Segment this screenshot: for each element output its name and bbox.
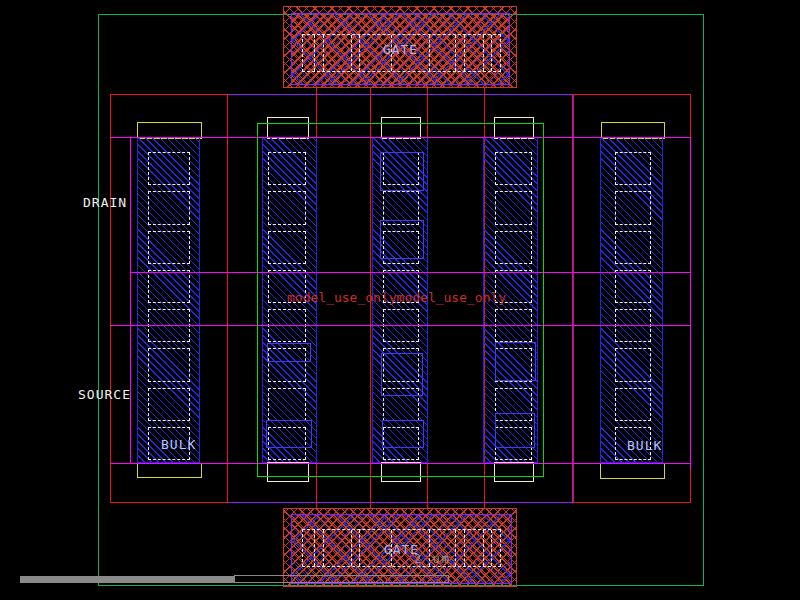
magenta-line-left <box>130 137 131 463</box>
contact-cell <box>615 152 651 185</box>
scrollbar-thumb[interactable] <box>20 576 235 583</box>
drain-label: DRAIN <box>83 195 127 210</box>
source-label: SOURCE <box>78 387 131 402</box>
layout-canvas[interactable]: GATE GATE DRAIN SOURCE BULK BULK model_u… <box>0 0 800 600</box>
bulk-label-right: BULK <box>627 438 662 453</box>
contact-cell <box>615 348 651 381</box>
watermark-text: model_use_onlymodel_use_only <box>287 290 506 305</box>
implant-division-line-right <box>573 94 574 503</box>
column1-bottom-cap <box>137 463 202 478</box>
scrollbar-track-outline[interactable] <box>234 575 449 583</box>
contact-cell <box>148 270 190 303</box>
gate-top-core: GATE <box>291 13 510 85</box>
contact-strip <box>148 152 190 460</box>
column-5[interactable] <box>600 137 663 463</box>
implant-division-line-left <box>227 94 228 503</box>
gate-top[interactable]: GATE <box>283 6 517 88</box>
contact-cell <box>615 191 651 224</box>
magenta-line-right <box>690 137 691 470</box>
gate-label: GATE <box>383 42 418 57</box>
contact-cell <box>148 388 190 421</box>
contact-cell <box>615 388 651 421</box>
column-1[interactable] <box>137 137 200 463</box>
contact-cell <box>148 231 190 264</box>
scale-label: 2 um <box>414 552 451 567</box>
contact-cell <box>615 231 651 264</box>
contact-strip <box>615 152 651 460</box>
contact-cell <box>148 191 190 224</box>
contact-cell <box>615 270 651 303</box>
contact-cell <box>148 152 190 185</box>
contact-cell <box>148 348 190 381</box>
column5-bottom-cap <box>600 463 665 479</box>
gate-bottom-core: GATE <box>291 514 512 584</box>
bulk-label-left: BULK <box>161 437 196 452</box>
